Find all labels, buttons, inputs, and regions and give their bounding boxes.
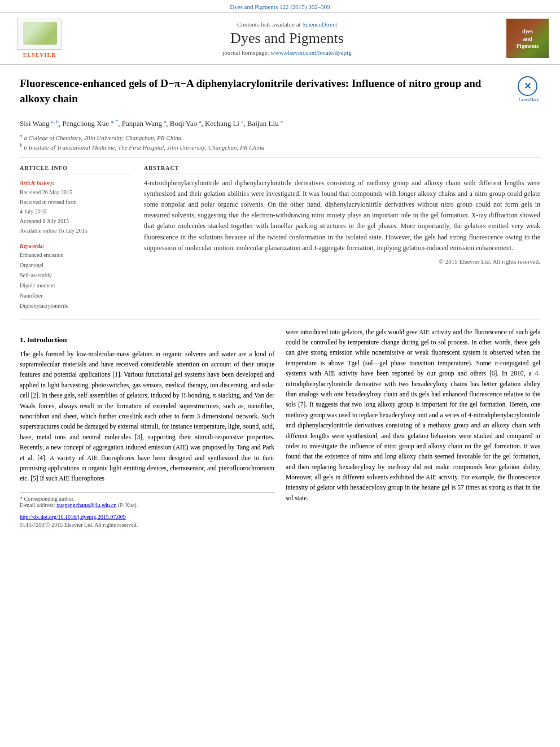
intro-para-1: The gels formed by low-molecular-mass ge… [20,349,274,484]
journal-homepage-link[interactable]: www.elsevier.com/locate/dyepig [270,49,351,56]
crossmark: ✕ CrossMark [518,76,540,102]
keyword-5: Nanofiber [20,291,133,301]
footnote-area: * Corresponding author. E-mail address: … [20,492,274,508]
article-info-label: ARTICLE INFO [20,165,133,173]
main-left-col: 1. Introduction The gels formed by low-m… [20,327,274,528]
science-direct-link[interactable]: ScienceDirect [302,21,337,28]
keyword-6: Diphenylacrylonitrile [20,301,133,311]
email-line: E-mail address: xuepengchang@jlu.edu.cn … [20,502,274,508]
science-direct-line: Contents lists available at ScienceDirec… [73,21,501,28]
svg-point-0 [25,26,54,43]
keyword-2: Organogel [20,260,133,270]
main-content-cols: 1. Introduction The gels formed by low-m… [20,327,540,528]
svg-point-4 [34,24,45,34]
svg-rect-1 [38,39,41,43]
article-title-section: Fluorescence-enhanced gels of D−π−A diph… [20,73,540,112]
elsevier-logo-image [17,19,62,50]
journal-logo-right: dyesandPigments [506,19,549,58]
journal-center: Contents lists available at ScienceDirec… [73,21,501,56]
page: Dyes and Pigments 122 (2015) 302–309 ELS… [0,0,560,747]
authors-line: Sisi Wang a, b, Pengchong Xue a, *, Panp… [20,117,540,130]
abstract-col: ABSTRACT 4-nitrodiphenylacrylonitrile an… [144,165,540,311]
elsevier-text: ELSEVIER [23,52,56,58]
keyword-4: Dipole moment [20,281,133,291]
main-right-col: were introduced into gelators, the gels … [286,327,540,528]
info-abstract-cols: ARTICLE INFO Article history: Received 2… [20,165,540,311]
article-title: Fluorescence-enhanced gels of D−π−A diph… [20,76,512,106]
article-body: Fluorescence-enhanced gels of D−π−A diph… [0,65,560,536]
keywords-list: Enhanced emission Organogel Self-assembl… [20,250,133,311]
issn-line: 0143-7208/© 2015 Elsevier Ltd. All right… [20,522,274,528]
doi-line: http://dx.doi.org/10.1016/j.dyepig.2015.… [20,514,274,520]
article-title-text: Fluorescence-enhanced gels of D−π−A diph… [20,76,512,112]
intro-heading: 1. Introduction [20,335,274,344]
svg-point-2 [29,27,38,36]
journal-reference-bar: Dyes and Pigments 122 (2015) 302–309 [0,0,560,13]
journal-header: ELSEVIER Contents lists available at Sci… [0,13,560,65]
corresponding-author-note: * Corresponding author. [20,496,274,502]
abstract-text: 4-nitrodiphenylacrylonitrile and dipheny… [144,178,540,254]
keyword-1: Enhanced emission [20,250,133,260]
journal-title: Dyes and Pigments [73,30,501,47]
abstract-label: ABSTRACT [144,165,540,173]
intro-para-2: were introduced into gelators, the gels … [286,327,540,504]
divider [20,158,540,158]
copyright-line: © 2015 Elsevier Ltd. All rights reserved… [144,258,540,265]
email-link[interactable]: xuepengchang@jlu.edu.cn [56,502,116,508]
article-history: Article history: Received 26 May 2015 Re… [20,178,133,235]
dyes-pigments-logo: dyesandPigments [506,19,549,58]
crossmark-label: CrossMark [518,97,540,102]
journal-ref-text: Dyes and Pigments 122 (2015) 302–309 [230,3,330,10]
crossmark-icon: ✕ [518,76,537,96]
elsevier-tree-icon [23,23,56,46]
affiliation-b: b b Institute of Translational Medicine,… [20,142,540,151]
affiliation-a: a a College of Chemistry, Jilin Universi… [20,133,540,141]
elsevier-logo: ELSEVIER [11,19,68,58]
keyword-3: Self-assembly [20,270,133,281]
journal-homepage-line: journal homepage: www.elsevier.com/locat… [73,49,501,56]
article-info-col: ARTICLE INFO Article history: Received 2… [20,165,133,311]
doi-link[interactable]: http://dx.doi.org/10.1016/j.dyepig.2015.… [20,514,126,520]
svg-point-3 [41,29,49,37]
keywords-section: Keywords: Enhanced emission Organogel Se… [20,241,133,311]
divider-2 [20,320,540,320]
